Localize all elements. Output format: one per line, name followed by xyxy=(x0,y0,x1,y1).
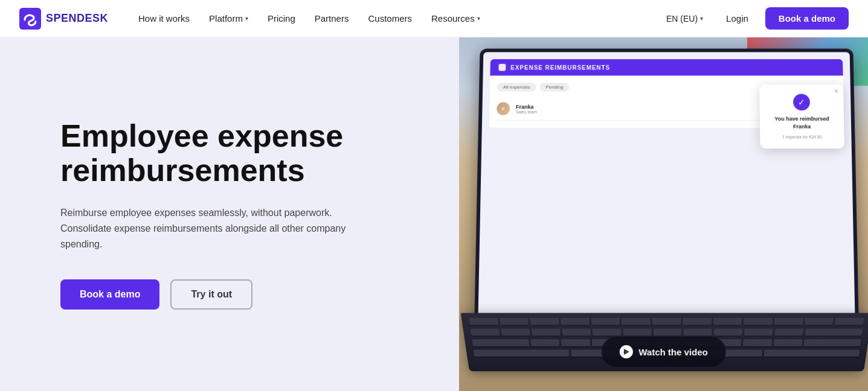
language-selector[interactable]: EN (EU) ▾ xyxy=(660,10,709,27)
key xyxy=(471,329,500,336)
nav-links: How it works Platform ▾ Pricing Partners… xyxy=(130,8,660,28)
user-avatar: F xyxy=(497,102,510,115)
popup-subtitle: 1 expense for €24.50 xyxy=(782,135,822,139)
key xyxy=(773,339,802,346)
key xyxy=(803,339,861,346)
filter-all[interactable]: All expenses xyxy=(497,83,536,92)
try-it-out-button[interactable]: Try it out xyxy=(170,279,252,310)
watch-video-button[interactable]: Watch the video xyxy=(601,337,725,367)
key xyxy=(474,350,570,357)
check-icon: ✓ xyxy=(793,94,810,110)
key xyxy=(623,329,652,336)
key xyxy=(744,318,773,325)
key xyxy=(530,318,559,325)
key xyxy=(835,318,864,325)
key xyxy=(561,318,590,325)
key xyxy=(532,329,561,336)
key xyxy=(713,318,742,325)
hero-section: Employee expense reimbursements Reimburs… xyxy=(0,37,868,391)
nav-how-it-works[interactable]: How it works xyxy=(130,8,198,28)
key xyxy=(500,318,529,325)
key xyxy=(591,318,620,325)
play-triangle-icon xyxy=(624,349,629,355)
book-demo-nav-button[interactable]: Book a demo xyxy=(765,7,849,30)
popup-title: You have reimbursed Franka xyxy=(768,115,836,130)
hero-buttons: Book a demo Try it out xyxy=(60,279,411,310)
key xyxy=(622,318,651,325)
key xyxy=(562,329,591,336)
reimbursement-popup: ✕ ✓ You have reimbursed Franka 1 expense… xyxy=(759,84,844,148)
key xyxy=(764,350,860,357)
user-team: Sales team xyxy=(516,110,537,114)
key xyxy=(561,339,590,346)
filter-pending[interactable]: Pending xyxy=(539,83,569,92)
resources-chevron-icon: ▾ xyxy=(477,15,480,22)
user-name: Franka xyxy=(516,104,537,110)
screen-content: EXPENSE REIMBURSEMENTS All expenses Pend… xyxy=(478,52,855,316)
laptop-screen-inner: EXPENSE REIMBURSEMENTS All expenses Pend… xyxy=(478,52,855,316)
nav-pricing[interactable]: Pricing xyxy=(259,8,304,28)
screen-logo xyxy=(498,64,506,71)
key xyxy=(744,329,773,336)
hero-subtext: Reimburse employee expenses seamlessly, … xyxy=(60,205,356,253)
key xyxy=(531,339,560,346)
login-button[interactable]: Login xyxy=(719,10,756,27)
key xyxy=(774,329,803,336)
brand-name: SPENDESK xyxy=(46,12,108,25)
hero-right: EXPENSE REIMBURSEMENTS All expenses Pend… xyxy=(459,37,868,391)
nav-resources[interactable]: Resources ▾ xyxy=(423,8,489,28)
hero-left: Employee expense reimbursements Reimburs… xyxy=(0,37,459,391)
lang-chevron-icon: ▾ xyxy=(700,15,703,22)
key xyxy=(653,329,681,336)
svg-rect-0 xyxy=(19,8,41,30)
nav-right: EN (EU) ▾ Login Book a demo xyxy=(660,7,849,30)
nav-partners[interactable]: Partners xyxy=(306,8,358,28)
spendesk-logo-icon xyxy=(19,8,41,30)
book-demo-hero-button[interactable]: Book a demo xyxy=(60,279,159,310)
key xyxy=(805,329,863,336)
key xyxy=(652,318,681,325)
key xyxy=(469,318,498,325)
navbar: SPENDESK How it works Platform ▾ Pricing… xyxy=(0,0,868,37)
play-icon xyxy=(619,345,632,358)
key xyxy=(472,339,530,346)
key xyxy=(774,318,803,325)
key xyxy=(805,318,834,325)
platform-chevron-icon: ▾ xyxy=(245,15,248,22)
key xyxy=(684,329,713,336)
key xyxy=(714,329,743,336)
nav-platform[interactable]: Platform ▾ xyxy=(201,8,257,28)
logo[interactable]: SPENDESK xyxy=(19,8,108,30)
nav-customers[interactable]: Customers xyxy=(359,8,420,28)
screen-header-bar: EXPENSE REIMBURSEMENTS xyxy=(490,59,843,75)
key xyxy=(501,329,530,336)
hero-heading: Employee expense reimbursements xyxy=(60,119,375,188)
key xyxy=(743,339,772,346)
key xyxy=(592,329,621,336)
laptop-screen: EXPENSE REIMBURSEMENTS All expenses Pend… xyxy=(474,49,858,320)
user-info: Franka Sales team xyxy=(516,104,537,114)
key xyxy=(683,318,712,325)
screen-header-title: EXPENSE REIMBURSEMENTS xyxy=(510,64,610,71)
popup-close-icon[interactable]: ✕ xyxy=(834,88,838,95)
